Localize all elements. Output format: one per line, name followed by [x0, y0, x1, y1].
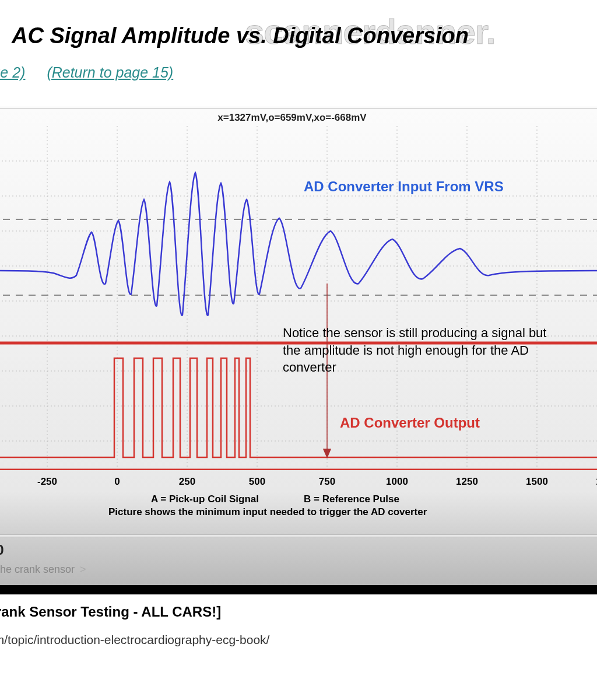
chart-caption: Picture shows the minimum input needed t… [108, 506, 427, 518]
x-tick: 1500 [526, 476, 548, 488]
breadcrumb[interactable]: n of the crank sensor > [0, 564, 89, 576]
x-tick: 1000 [386, 476, 408, 488]
legend-a: A = Pick-up Coil Signal [151, 494, 259, 505]
link-page-15[interactable]: (Return to page 15) [47, 64, 173, 80]
chart-plot: AD Converter Input From VRS Notice the s… [0, 126, 597, 470]
x-tick: -250 [37, 476, 57, 488]
scope-panel: x=1327mV,o=659mV,xo=-668mV [0, 108, 597, 535]
trace-analog-input [0, 173, 597, 316]
x-tick: 500 [249, 476, 265, 488]
chevron-right-icon: > [80, 564, 86, 575]
divider-bar [0, 585, 597, 594]
page-title: AC Signal Amplitude vs. Digital Conversi… [12, 23, 469, 48]
page-bar: e 10 n of the crank sensor > [0, 537, 597, 587]
x-tick: 0 [114, 476, 120, 488]
x-tick: 250 [179, 476, 195, 488]
svg-marker-22 [324, 449, 331, 457]
video-title: tic Type Crank Sensor Testing - ALL CARS… [0, 604, 221, 620]
nav-links: n to page 2) (Return to page 15) [0, 64, 191, 81]
x-tick: 1250 [456, 476, 478, 488]
legend-b: B = Reference Pulse [304, 494, 399, 505]
label-input: AD Converter Input From VRS [304, 178, 504, 195]
x-axis: -250 0 250 500 750 1000 1250 1500 1750 [0, 476, 597, 494]
breadcrumb-text: n of the crank sensor [0, 564, 75, 575]
label-output: AD Converter Output [340, 415, 480, 431]
reference-url[interactable]: cgwaves.com/topic/introduction-electroca… [0, 633, 269, 647]
x-tick: 750 [319, 476, 335, 488]
cursor-readout: x=1327mV,o=659mV,xo=-668mV [0, 112, 597, 124]
link-page-2[interactable]: n to page 2) [0, 64, 25, 80]
annotation-note: Notice the sensor is still producing a s… [283, 324, 551, 376]
chart-svg [0, 126, 597, 470]
page-number: e 10 [0, 542, 4, 558]
